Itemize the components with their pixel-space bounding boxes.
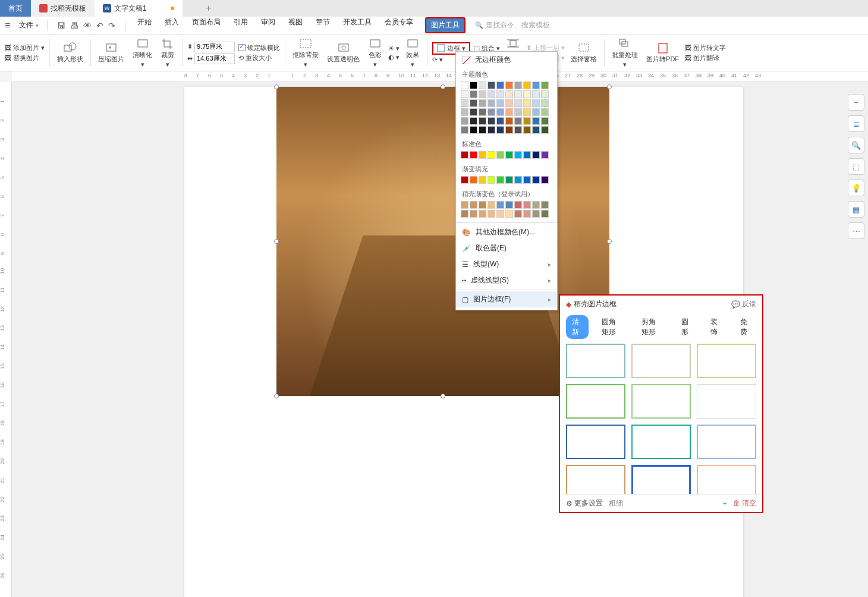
tab-cut-corner[interactable]: 剪角矩形 <box>636 315 668 339</box>
color-swatch[interactable] <box>532 117 540 125</box>
idea-button[interactable]: 💡 <box>848 180 864 196</box>
color-swatch[interactable] <box>514 90 522 98</box>
color-swatch[interactable] <box>523 117 531 125</box>
tab-devtools[interactable]: 开发工具 <box>342 17 373 33</box>
color-swatch[interactable] <box>461 81 468 89</box>
color-swatch[interactable] <box>523 151 531 159</box>
properties-button[interactable]: ≣ <box>848 115 864 132</box>
color-swatch[interactable] <box>505 99 513 107</box>
translate-button[interactable]: 🖼 图片翻译 <box>685 54 726 62</box>
color-swatch[interactable] <box>479 81 486 89</box>
color-swatch[interactable] <box>514 108 522 116</box>
color-swatch[interactable] <box>496 117 504 125</box>
batch-button[interactable]: 批量处理 ▾ <box>609 37 640 68</box>
feedback-button[interactable]: 💬 反馈 <box>731 299 756 309</box>
frame-thumbnail[interactable] <box>697 465 756 494</box>
color-swatch[interactable] <box>496 81 504 89</box>
frame-thumbnail[interactable] <box>697 425 756 459</box>
color-swatch[interactable] <box>470 108 477 116</box>
eyedropper-item[interactable]: 💉 取色器(E) <box>456 240 557 256</box>
color-swatch[interactable] <box>496 201 504 209</box>
lock-ratio-checkbox[interactable]: 锁定纵横比 <box>238 43 280 52</box>
color-swatch[interactable] <box>479 210 486 218</box>
color-swatch[interactable] <box>532 210 540 218</box>
color-swatch[interactable] <box>479 151 486 159</box>
color-swatch[interactable] <box>541 176 549 184</box>
resize-handle-s[interactable] <box>441 394 445 398</box>
color-swatch[interactable] <box>541 117 549 125</box>
color-swatch[interactable] <box>532 108 540 116</box>
color-swatch[interactable] <box>505 201 513 209</box>
color-swatch[interactable] <box>488 210 495 218</box>
color-swatch[interactable] <box>514 210 522 218</box>
color-swatch[interactable] <box>523 201 531 209</box>
color-swatch[interactable] <box>461 90 468 98</box>
color-swatch[interactable] <box>470 176 477 184</box>
tab-home[interactable]: 首页 <box>0 0 31 17</box>
tab-document[interactable]: W 文字文稿1 <box>95 0 183 17</box>
color-swatch[interactable] <box>523 126 531 134</box>
frame-thumbnail[interactable] <box>631 344 691 378</box>
color-swatch[interactable] <box>488 81 495 89</box>
effects-button[interactable]: 效果 ▾ <box>403 37 422 68</box>
tab-view[interactable]: 视图 <box>287 17 304 33</box>
clear-button[interactable]: 🗑 清空 <box>733 498 756 508</box>
zoom-out-button[interactable]: − <box>848 94 864 111</box>
color-swatch[interactable] <box>479 99 486 107</box>
color-swatch[interactable] <box>461 151 468 159</box>
dash-style-item[interactable]: ┅ 虚线线型(S) ▸ <box>456 272 557 288</box>
color-swatch[interactable] <box>505 90 513 98</box>
color-swatch[interactable] <box>496 151 504 159</box>
resize-handle-e[interactable] <box>607 239 612 244</box>
color-swatch[interactable] <box>470 151 477 159</box>
color-swatch[interactable] <box>532 81 540 89</box>
frame-thumbnail[interactable] <box>697 344 756 378</box>
color-swatch[interactable] <box>514 81 522 89</box>
color-swatch[interactable] <box>461 176 468 184</box>
frame-thumbnail[interactable] <box>566 465 625 494</box>
color-swatch[interactable] <box>523 81 531 89</box>
compress-image-button[interactable]: 压缩图片 <box>96 42 127 64</box>
color-swatch[interactable] <box>541 151 549 159</box>
redo-icon[interactable]: ↷ <box>108 21 115 30</box>
color-swatch[interactable] <box>488 201 495 209</box>
more-button[interactable]: ⋯ <box>848 222 864 239</box>
reset-size-button[interactable]: ⟲ 重设大小 <box>238 54 280 62</box>
color-swatch[interactable] <box>505 176 513 184</box>
color-swatch[interactable] <box>470 99 477 107</box>
tab-rounded[interactable]: 圆角矩形 <box>596 315 628 339</box>
tab-template[interactable]: 找稻壳模板 <box>31 0 95 17</box>
color-swatch[interactable] <box>541 201 549 209</box>
tab-insert[interactable]: 插入 <box>163 17 180 33</box>
color-swatch[interactable] <box>523 176 531 184</box>
color-swatch[interactable] <box>505 126 513 134</box>
add-button[interactable]: + <box>723 499 727 508</box>
color-swatch[interactable] <box>541 126 549 134</box>
color-swatch[interactable] <box>541 90 549 98</box>
preview-icon[interactable]: 👁 <box>83 21 92 30</box>
tab-layout[interactable]: 页面布局 <box>191 17 222 33</box>
remove-bg-button[interactable]: 抠除背景 ▾ <box>290 37 321 68</box>
frame-thumbnail[interactable] <box>566 384 625 419</box>
tab-picture-tools[interactable]: 图片工具 <box>425 17 466 33</box>
crop-side-button[interactable]: ⬚ <box>848 158 864 175</box>
color-swatch[interactable] <box>488 108 495 116</box>
color-button[interactable]: 色彩 ▾ <box>366 37 385 68</box>
undo-icon[interactable]: ↶ <box>96 21 103 30</box>
color-swatch[interactable] <box>479 108 486 116</box>
color-swatch[interactable] <box>514 126 522 134</box>
tab-free[interactable]: 免费 <box>734 315 757 339</box>
color-swatch[interactable] <box>541 81 549 89</box>
color-swatch[interactable] <box>505 108 513 116</box>
to-text-button[interactable]: 🖼 图片转文字 <box>685 43 726 52</box>
tab-member[interactable]: 会员专享 <box>383 17 414 33</box>
color-swatch[interactable] <box>505 117 513 125</box>
resize-handle-n[interactable] <box>441 84 445 89</box>
tab-circle[interactable]: 圆形 <box>675 315 698 339</box>
color-swatch[interactable] <box>523 99 531 107</box>
color-swatch[interactable] <box>514 176 522 184</box>
frame-thumbnail[interactable] <box>631 425 691 459</box>
resize-handle-ne[interactable] <box>607 84 612 89</box>
color-swatch[interactable] <box>488 99 495 107</box>
color-swatch[interactable] <box>461 201 468 209</box>
